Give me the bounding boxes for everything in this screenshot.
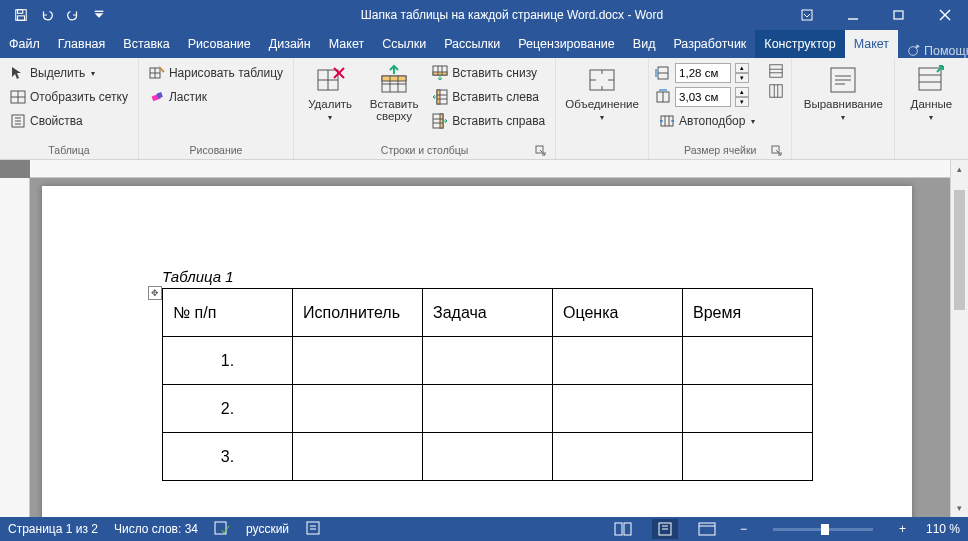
distribute-rows-button[interactable] bbox=[767, 62, 785, 80]
group-data: Данные▾ bbox=[895, 58, 967, 159]
ribbon: Выделить▾ Отобразить сетку Свойства Табл… bbox=[0, 58, 968, 160]
insert-right-button[interactable]: Вставить справа bbox=[428, 110, 549, 132]
save-button[interactable] bbox=[8, 2, 34, 28]
spell-check-icon[interactable] bbox=[214, 520, 230, 539]
zoom-slider[interactable] bbox=[773, 528, 873, 531]
zoom-level[interactable]: 110 % bbox=[926, 522, 960, 536]
close-button[interactable] bbox=[922, 0, 968, 30]
view-gridlines-button[interactable]: Отобразить сетку bbox=[6, 86, 132, 108]
minimize-button[interactable] bbox=[830, 0, 876, 30]
word-count[interactable]: Число слов: 34 bbox=[114, 522, 198, 536]
table-caption[interactable]: Таблица 1 bbox=[162, 268, 234, 285]
svg-rect-2 bbox=[18, 16, 25, 20]
data-button[interactable]: Данные▾ bbox=[901, 62, 961, 126]
table-header-cell[interactable]: Задача bbox=[423, 289, 553, 337]
svg-rect-65 bbox=[770, 85, 782, 97]
svg-rect-85 bbox=[699, 523, 715, 535]
read-mode-button[interactable] bbox=[610, 519, 636, 539]
row-height-input[interactable] bbox=[675, 63, 731, 83]
table-move-handle-icon[interactable]: ✥ bbox=[148, 286, 162, 300]
dialog-launcher-icon[interactable] bbox=[771, 145, 783, 157]
table-header-cell[interactable]: Оценка bbox=[553, 289, 683, 337]
web-layout-button[interactable] bbox=[694, 519, 720, 539]
svg-rect-33 bbox=[382, 76, 406, 81]
tab-references[interactable]: Ссылки bbox=[373, 30, 435, 58]
height-down[interactable]: ▾ bbox=[735, 73, 749, 83]
tab-table-design[interactable]: Конструктор bbox=[755, 30, 844, 58]
tell-me[interactable]: Помощн bbox=[898, 44, 968, 58]
scroll-down-icon[interactable]: ▾ bbox=[951, 499, 968, 517]
autofit-button[interactable]: Автоподбор▾ bbox=[655, 110, 759, 132]
height-up[interactable]: ▴ bbox=[735, 63, 749, 73]
title-bar: Шапка таблицы на каждой странице Word.do… bbox=[0, 0, 968, 30]
document-area: Таблица 1 ✥ № п/п Исполнитель Задача Оце… bbox=[0, 160, 950, 517]
select-button[interactable]: Выделить▾ bbox=[6, 62, 132, 84]
insert-left-button[interactable]: Вставить слева bbox=[428, 86, 549, 108]
tab-table-layout[interactable]: Макет bbox=[845, 30, 898, 58]
properties-button[interactable]: Свойства bbox=[6, 110, 132, 132]
tab-view[interactable]: Вид bbox=[624, 30, 665, 58]
vertical-ruler[interactable] bbox=[0, 178, 30, 517]
maximize-button[interactable] bbox=[876, 0, 922, 30]
dialog-launcher-icon[interactable] bbox=[535, 145, 547, 157]
ribbon-tabs: Файл Главная Вставка Рисование Дизайн Ма… bbox=[0, 30, 968, 58]
table-header-cell[interactable]: Время bbox=[683, 289, 813, 337]
accessibility-icon[interactable] bbox=[305, 520, 321, 539]
page[interactable]: Таблица 1 ✥ № п/п Исполнитель Задача Оце… bbox=[42, 186, 912, 517]
eraser-button[interactable]: Ластик bbox=[145, 86, 287, 108]
alignment-button[interactable]: Выравнивание▾ bbox=[798, 62, 888, 126]
tab-home[interactable]: Главная bbox=[49, 30, 115, 58]
tab-design[interactable]: Дизайн bbox=[260, 30, 320, 58]
page-indicator[interactable]: Страница 1 из 2 bbox=[8, 522, 98, 536]
group-table: Выделить▾ Отобразить сетку Свойства Табл… bbox=[0, 58, 139, 159]
scroll-up-icon[interactable]: ▴ bbox=[951, 160, 968, 178]
scroll-thumb[interactable] bbox=[954, 190, 965, 310]
table-header-row: № п/п Исполнитель Задача Оценка Время bbox=[163, 289, 813, 337]
group-rows-cols-label: Строки и столбцы bbox=[300, 142, 549, 159]
table-row: 2. bbox=[163, 385, 813, 433]
svg-rect-1 bbox=[18, 10, 23, 14]
zoom-out-button[interactable]: − bbox=[736, 522, 751, 536]
tab-mailings[interactable]: Рассылки bbox=[435, 30, 509, 58]
row-height-spin[interactable]: ▴▾ bbox=[655, 62, 759, 84]
print-layout-button[interactable] bbox=[652, 519, 678, 539]
table-header-cell[interactable]: Исполнитель bbox=[293, 289, 423, 337]
tab-file[interactable]: Файл bbox=[0, 30, 49, 58]
group-alignment: Выравнивание▾ bbox=[792, 58, 895, 159]
draw-table-button[interactable]: Нарисовать таблицу bbox=[145, 62, 287, 84]
document-canvas[interactable]: Таблица 1 ✥ № п/п Исполнитель Задача Оце… bbox=[30, 178, 950, 517]
group-cell-size: ▴▾ ▴▾ Автоподбор▾ Размер ячейки bbox=[649, 58, 792, 159]
horizontal-ruler[interactable] bbox=[30, 160, 950, 178]
tab-layout[interactable]: Макет bbox=[320, 30, 373, 58]
ribbon-options-button[interactable] bbox=[784, 0, 830, 30]
vertical-scrollbar[interactable]: ▴ ▾ bbox=[950, 160, 968, 517]
svg-rect-62 bbox=[770, 65, 782, 77]
distribute-cols-button[interactable] bbox=[767, 82, 785, 100]
merge-button[interactable]: Объединение▾ bbox=[562, 62, 642, 126]
quick-access-toolbar bbox=[0, 2, 240, 28]
zoom-in-button[interactable]: + bbox=[895, 522, 910, 536]
redo-button[interactable] bbox=[60, 2, 86, 28]
tab-review[interactable]: Рецензирование bbox=[509, 30, 624, 58]
table-header-cell[interactable]: № п/п bbox=[163, 289, 293, 337]
svg-rect-42 bbox=[437, 90, 440, 104]
tell-me-label: Помощн bbox=[924, 44, 968, 58]
tab-draw[interactable]: Рисование bbox=[179, 30, 260, 58]
insert-above-button[interactable]: Вставить сверху bbox=[364, 62, 424, 124]
insert-below-button[interactable]: Вставить снизу bbox=[428, 62, 549, 84]
qat-customize-button[interactable] bbox=[86, 2, 112, 28]
group-alignment-label bbox=[798, 154, 888, 159]
tab-developer[interactable]: Разработчик bbox=[664, 30, 755, 58]
group-merge-label bbox=[562, 154, 642, 159]
language-indicator[interactable]: русский bbox=[246, 522, 289, 536]
document-table[interactable]: № п/п Исполнитель Задача Оценка Время 1.… bbox=[162, 288, 813, 481]
width-down[interactable]: ▾ bbox=[735, 97, 749, 107]
tab-insert[interactable]: Вставка bbox=[114, 30, 178, 58]
undo-button[interactable] bbox=[34, 2, 60, 28]
col-width-input[interactable] bbox=[675, 87, 731, 107]
zoom-slider-knob[interactable] bbox=[821, 524, 829, 535]
width-up[interactable]: ▴ bbox=[735, 87, 749, 97]
delete-button[interactable]: Удалить▾ bbox=[300, 62, 360, 126]
svg-rect-77 bbox=[307, 522, 319, 534]
col-width-spin[interactable]: ▴▾ bbox=[655, 86, 759, 108]
